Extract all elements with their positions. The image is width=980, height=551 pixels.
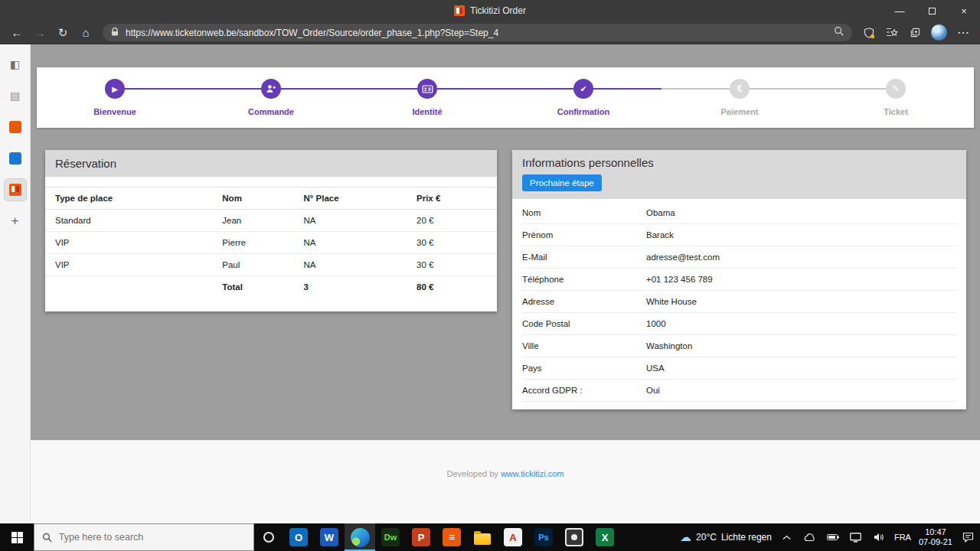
weather-widget[interactable]: ☁ 20°C Lichte regen <box>680 530 772 544</box>
field-label: E-Mail <box>522 253 646 262</box>
edge-vertical-tabs-sidebar: ◧ ▤ + <box>0 44 31 523</box>
personal-info-card: Informations personnelles Prochaine étap… <box>512 150 966 409</box>
word-app-button[interactable]: W <box>314 523 345 551</box>
start-button[interactable] <box>0 523 34 551</box>
field-label: Code Postal <box>522 319 646 328</box>
table-cell: Pierre <box>212 232 293 254</box>
weather-temp: 20°C <box>696 532 717 543</box>
refresh-button[interactable]: ↻ <box>52 23 74 43</box>
page-footer: Developed by www.tickitizi.com <box>31 440 980 523</box>
field-label: Pays <box>522 364 646 373</box>
favorites-hub-icon <box>886 27 898 38</box>
battery-tray-button[interactable] <box>825 527 841 547</box>
photoshop-app-button[interactable]: Ps <box>528 523 559 551</box>
onedrive-tray-button[interactable] <box>802 527 818 547</box>
order-stepper: ▶ Bienvenue Commande Identité ✔ <box>37 67 974 128</box>
home-button[interactable]: ⌂ <box>75 23 96 43</box>
action-center-button[interactable] <box>960 527 975 547</box>
cortana-button[interactable] <box>254 523 283 551</box>
new-tab-button[interactable]: + <box>5 210 26 232</box>
title-bar: Tickitizi Order — × <box>0 0 980 21</box>
url-text[interactable]: https://www.ticketonweb.be/sandbox/TOW_O… <box>126 28 828 38</box>
tray-expand-button[interactable] <box>779 527 795 547</box>
table-header-cell: N° Place <box>293 187 407 210</box>
sidebar-tab-2[interactable] <box>5 116 26 138</box>
acrobat-app-button[interactable]: A <box>498 523 528 551</box>
step-ticket[interactable]: ✎ Ticket <box>818 67 974 128</box>
field-value: adresse@test.com <box>646 253 720 262</box>
sidebar-tab-3[interactable] <box>5 148 26 169</box>
table-cell: NA <box>293 232 407 254</box>
back-button[interactable]: ← <box>6 23 28 43</box>
powerpoint-icon: P <box>412 528 430 546</box>
step-identite[interactable]: Identité <box>349 67 505 128</box>
orange-app-icon: ≡ <box>443 528 461 546</box>
id-card-icon <box>417 79 437 99</box>
next-step-button[interactable]: Prochaine étape <box>522 174 602 191</box>
excel-app-button[interactable]: X <box>590 523 620 551</box>
zoom-icon[interactable] <box>834 26 844 40</box>
powerpoint-app-button[interactable]: P <box>406 523 436 551</box>
taskbar-search[interactable] <box>34 523 254 551</box>
field-value: +01 123 456 789 <box>646 275 713 284</box>
photos-app-button[interactable] <box>559 523 590 551</box>
field-label: Téléphone <box>522 275 646 284</box>
reservation-table-wrapper: Type de place Nom N° Place Prix € Standa… <box>45 177 497 311</box>
word-icon: W <box>320 528 338 546</box>
forward-button[interactable]: → <box>29 23 51 43</box>
tickitizi-favicon-icon <box>454 5 465 16</box>
step-label: Paiement <box>721 107 759 116</box>
table-header-cell: Type de place <box>45 187 212 210</box>
step-label: Bienvenue <box>93 107 136 116</box>
document-tab-icon: ▤ <box>10 90 20 102</box>
cards-row: Réservation Type de place Nom N° Place P… <box>45 150 966 409</box>
display-tray-button[interactable] <box>848 527 864 547</box>
close-button[interactable]: × <box>948 0 980 21</box>
favorites-button[interactable] <box>881 23 903 43</box>
weather-cloud-icon: ☁ <box>680 530 691 544</box>
maximize-icon <box>929 8 936 15</box>
table-header-cell: Nom <box>212 187 293 210</box>
orange-app-button[interactable]: ≡ <box>436 523 467 551</box>
display-icon <box>850 533 861 543</box>
outlook-app-button[interactable]: O <box>283 523 314 551</box>
edge-app-button[interactable] <box>345 523 375 551</box>
info-row: VilleWashington <box>522 335 956 357</box>
battery-icon <box>827 533 839 541</box>
table-cell: NA <box>293 210 407 232</box>
taskbar-clock[interactable]: 10:47 07-09-21 <box>919 527 952 547</box>
pencil-icon: ✎ <box>886 79 906 99</box>
volume-tray-button[interactable] <box>871 527 887 547</box>
step-paiement[interactable]: € Paiement <box>662 67 818 128</box>
reservation-card-title: Réservation <box>45 150 497 177</box>
maximize-button[interactable] <box>916 0 948 21</box>
minimize-button[interactable]: — <box>884 0 916 21</box>
info-row: PrénomBarack <box>522 224 956 246</box>
shield-badge-button[interactable] <box>858 23 880 43</box>
step-commande[interactable]: Commande <box>193 67 349 128</box>
collections-button[interactable] <box>904 23 926 43</box>
table-cell: NA <box>293 254 407 276</box>
step-confirmation[interactable]: ✔ Confirmation <box>505 67 662 128</box>
weather-condition: Lichte regen <box>721 532 772 543</box>
browser-menu-button[interactable]: ⋯ <box>952 23 974 43</box>
file-explorer-button[interactable] <box>467 523 498 551</box>
language-indicator[interactable]: FRA <box>894 533 911 542</box>
field-value: USA <box>646 364 665 373</box>
info-row: AdresseWhite House <box>522 291 956 313</box>
field-label: Adresse <box>522 297 646 306</box>
info-row: Téléphone+01 123 456 789 <box>522 269 956 291</box>
step-bienvenue[interactable]: ▶ Bienvenue <box>37 67 193 128</box>
search-input[interactable] <box>59 532 246 543</box>
footer-link[interactable]: www.tickitizi.com <box>501 469 564 478</box>
window-title-group: Tickitizi Order <box>454 0 526 21</box>
sidebar-tab-active[interactable] <box>5 179 26 201</box>
profile-avatar[interactable] <box>931 24 947 41</box>
sidebar-tab-1[interactable]: ▤ <box>5 85 26 106</box>
vertical-tabs-toggle-button[interactable]: ◧ <box>5 54 26 75</box>
clock-time: 10:47 <box>919 527 952 537</box>
panel-toggle-icon: ◧ <box>10 58 20 70</box>
dreamweaver-app-button[interactable]: Dw <box>375 523 406 551</box>
address-bar[interactable]: https://www.ticketonweb.be/sandbox/TOW_O… <box>103 24 852 41</box>
reservation-card: Réservation Type de place Nom N° Place P… <box>45 150 497 311</box>
